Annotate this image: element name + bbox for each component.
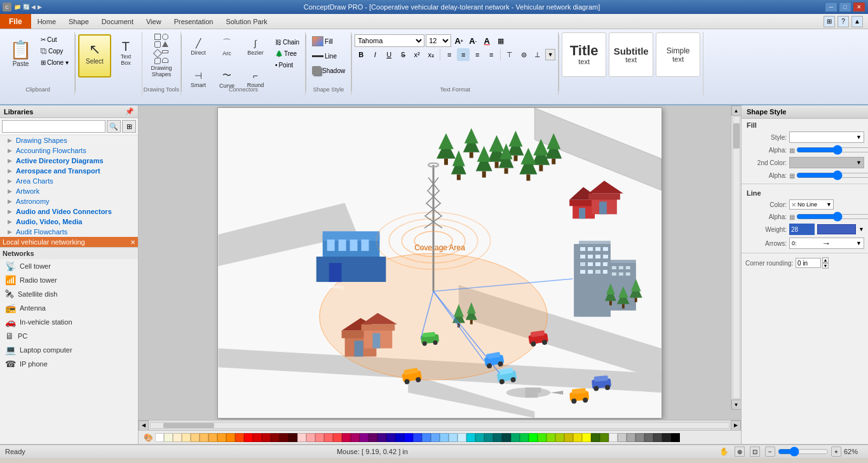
- close-active-lib-icon[interactable]: ✕: [130, 239, 135, 246]
- color-teal[interactable]: [475, 433, 484, 442]
- lib-item-drawing-shapes[interactable]: ▶Drawing Shapes: [0, 135, 138, 145]
- color-very-dark-gray[interactable]: [653, 433, 662, 442]
- point-button[interactable]: • Point: [272, 60, 302, 70]
- color-blue-light[interactable]: [431, 433, 440, 442]
- lib-shape-cell-tower[interactable]: 📡Cell tower: [0, 259, 138, 273]
- color-blue[interactable]: [404, 433, 413, 442]
- color-very-dark-red[interactable]: [288, 433, 297, 442]
- simple-text-button[interactable]: Simple text: [656, 32, 700, 77]
- solution-park-menu[interactable]: Solution Park: [219, 14, 273, 29]
- vertical-scrollbar[interactable]: ▲ ▼: [731, 105, 741, 410]
- lib-item-artwork[interactable]: ▶Artwork: [0, 186, 138, 196]
- lib-item-audit[interactable]: ▶Audit Flowcharts: [0, 227, 138, 237]
- color-gray-dark[interactable]: [644, 433, 653, 442]
- text-highlight-button[interactable]: ▦: [494, 34, 507, 47]
- color-blue-medium[interactable]: [422, 433, 431, 442]
- bold-button[interactable]: B: [355, 48, 367, 61]
- zoom-in-button[interactable]: +: [831, 446, 841, 457]
- lib-item-av-connectors[interactable]: ▶Audio and Video Connectors: [0, 206, 138, 217]
- shape-menu[interactable]: Shape: [62, 14, 95, 29]
- tree-button[interactable]: 🌲 Tree: [272, 48, 302, 59]
- second-color-dropdown[interactable]: ▼: [789, 157, 864, 168]
- select-button[interactable]: ↖ Select: [78, 34, 111, 77]
- smart-button[interactable]: ⊣ Smart: [184, 67, 212, 98]
- align-right-button[interactable]: ≡: [471, 48, 484, 61]
- expand-btn[interactable]: ▲: [851, 16, 863, 27]
- lib-shape-laptop[interactable]: 💻Laptop computer: [0, 343, 138, 357]
- h-scroll-thumb[interactable]: [163, 423, 214, 428]
- file-menu[interactable]: File: [0, 14, 31, 29]
- color-light-orange[interactable]: [200, 433, 208, 442]
- color-gray-light[interactable]: [618, 433, 627, 442]
- corner-rounding-input[interactable]: [796, 258, 821, 268]
- color-red-bright[interactable]: [333, 433, 342, 442]
- cut-button[interactable]: ✂ Cut: [37, 34, 72, 45]
- presentation-menu[interactable]: Presentation: [168, 14, 220, 29]
- color-pale-blue[interactable]: [458, 433, 466, 442]
- color-maroon[interactable]: [280, 433, 288, 442]
- layout-btn[interactable]: ⊞: [824, 16, 835, 27]
- strikethrough-button[interactable]: S̶: [397, 48, 409, 61]
- minimize-button[interactable]: ─: [825, 2, 837, 12]
- color-pink-light[interactable]: [297, 433, 306, 442]
- color-red-orange[interactable]: [235, 433, 244, 442]
- color-coral[interactable]: [324, 433, 333, 442]
- h-scroll-track[interactable]: [150, 422, 729, 429]
- lib-item-accounting[interactable]: ▶Accounting Flowcharts: [0, 145, 138, 156]
- scroll-left-button[interactable]: ◀: [139, 420, 149, 431]
- justify-button[interactable]: ≡: [485, 48, 498, 61]
- close-button[interactable]: ✕: [853, 2, 865, 12]
- library-view-button[interactable]: ⊞: [122, 120, 136, 133]
- color-near-black[interactable]: [662, 433, 671, 442]
- pin-icon[interactable]: 📌: [125, 107, 134, 116]
- superscript-button[interactable]: x²: [410, 48, 423, 61]
- lib-shape-pc[interactable]: 🖥PC: [0, 329, 138, 343]
- fill-button[interactable]: Fill: [309, 34, 348, 48]
- curve-button[interactable]: 〜 Curve: [213, 67, 241, 98]
- corner-rounding-stepper[interactable]: ▲ ▼: [822, 257, 829, 269]
- top-align-button[interactable]: ⊤: [503, 48, 516, 61]
- color-gray[interactable]: [627, 433, 635, 442]
- color-darker-teal[interactable]: [493, 433, 502, 442]
- font-name-select[interactable]: Tahoma: [355, 34, 424, 47]
- maximize-button[interactable]: □: [839, 2, 851, 12]
- color-light-gray[interactable]: [609, 433, 618, 442]
- underline-button[interactable]: U: [383, 48, 395, 61]
- font-grow-button[interactable]: A+: [452, 34, 465, 47]
- scroll-thumb[interactable]: [733, 123, 740, 149]
- color-dark-red[interactable]: [253, 433, 262, 442]
- bezier-button[interactable]: ∫ Bezier: [241, 34, 269, 66]
- clone-button[interactable]: ⊞ Clone ▾: [37, 57, 72, 68]
- arrows-dropdown[interactable]: 0: → ▼: [789, 238, 864, 249]
- copy-button[interactable]: ⿻ Copy: [37, 46, 72, 57]
- lib-item-active[interactable]: Local vehicular networking ✕: [0, 237, 138, 247]
- color-salmon[interactable]: [315, 433, 324, 442]
- lib-item-active-directory[interactable]: ▶Active Directory Diagrams: [0, 156, 138, 166]
- color-purple-dark[interactable]: [369, 433, 377, 442]
- window-controls[interactable]: ─ □ ✕: [825, 2, 865, 12]
- color-blue-bright[interactable]: [413, 433, 422, 442]
- color-cream[interactable]: [173, 433, 182, 442]
- color-yellow-green[interactable]: [538, 433, 546, 442]
- lib-item-aerospace[interactable]: ▶Aerospace and Transport: [0, 166, 138, 176]
- library-search-input[interactable]: [2, 120, 105, 133]
- canvas-document[interactable]: Coverage Area: [217, 107, 662, 419]
- color-light-yellow[interactable]: [182, 433, 191, 442]
- arc-button[interactable]: ⌒ Arc: [213, 34, 241, 66]
- second-alpha-slider[interactable]: [796, 172, 868, 178]
- lib-item-area-charts[interactable]: ▶Area Charts: [0, 176, 138, 186]
- color-orange-light[interactable]: [208, 433, 217, 442]
- color-yellow-lime[interactable]: [555, 433, 564, 442]
- corner-rounding-down[interactable]: ▼: [822, 263, 829, 269]
- chain-button[interactable]: ⛓ Chain: [272, 37, 302, 48]
- color-crimson[interactable]: [342, 433, 351, 442]
- lib-shape-ip-phone[interactable]: ☎IP phone: [0, 357, 138, 371]
- document-menu[interactable]: Document: [95, 14, 140, 29]
- palette-settings-icon[interactable]: 🎨: [141, 432, 155, 443]
- line-weight-input[interactable]: [789, 224, 815, 235]
- paste-button[interactable]: 📋 Paste: [4, 33, 37, 74]
- color-dark-green[interactable]: [591, 433, 600, 442]
- color-darker-red[interactable]: [262, 433, 271, 442]
- library-search-button[interactable]: 🔍: [107, 120, 121, 133]
- italic-button[interactable]: I: [369, 48, 381, 61]
